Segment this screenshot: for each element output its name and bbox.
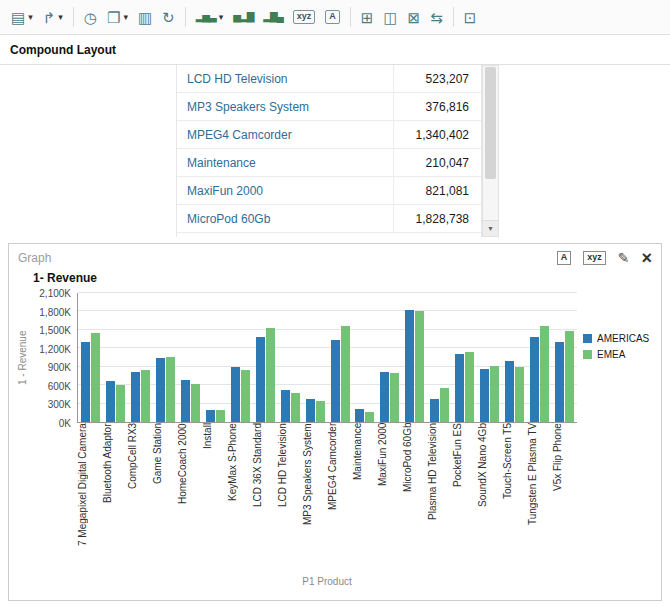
schedule-button[interactable]: ◷ <box>79 7 102 28</box>
bar-americas[interactable] <box>480 369 489 422</box>
print-button[interactable]: ▤▾ <box>6 7 38 28</box>
bar-americas[interactable] <box>206 410 215 422</box>
scrollbar-thumb[interactable] <box>485 67 496 179</box>
bar-americas[interactable] <box>455 354 464 422</box>
bar-americas[interactable] <box>380 372 389 422</box>
export-button[interactable]: ↱▾ <box>38 7 68 28</box>
copy-icon: ❐ <box>107 10 120 25</box>
table-row: MPEG4 Camcorder1,340,402 <box>177 121 481 149</box>
swap-axes-button[interactable]: ⇆ <box>425 7 448 28</box>
bar-emea[interactable] <box>241 370 250 422</box>
revenue-table-body: LCD HD Television523,207MP3 Speakers Sys… <box>176 65 482 237</box>
bar-americas[interactable] <box>430 399 439 422</box>
y-tick-label: 1,500K <box>39 325 71 336</box>
y-tick-label: 0K <box>59 418 71 429</box>
new-view-icon: ⊞ <box>361 10 374 25</box>
edit-view-button[interactable]: ⊡ <box>459 7 482 28</box>
remove-graph-icon[interactable]: × <box>641 249 652 267</box>
bar-americas[interactable] <box>281 390 290 422</box>
revenue-value-cell: 376,816 <box>393 93 481 120</box>
x-tick-label: MaxiFun 2000 <box>377 423 402 571</box>
chart-type-button[interactable]: ▂▅▃▾ <box>191 9 229 25</box>
x-tick-label: MPEG4 Camcorder <box>327 423 352 571</box>
bar-emea[interactable] <box>266 328 275 422</box>
bar-emea[interactable] <box>216 410 225 422</box>
print-icon: ▤ <box>11 10 25 25</box>
bar-emea[interactable] <box>166 357 175 422</box>
bar-americas[interactable] <box>81 342 90 422</box>
chart-totals-button[interactable]: ▅▂▇ <box>228 9 258 25</box>
bar-americas[interactable] <box>505 361 514 422</box>
legend-label: AMERICAS <box>597 333 649 344</box>
edit-graph-icon[interactable]: ✎ <box>618 251 630 265</box>
revenue-value-cell: 1,340,402 <box>393 121 481 148</box>
print-layouts-button[interactable]: ▥ <box>133 7 157 28</box>
copy-button[interactable]: ❐▾ <box>102 7 133 28</box>
product-name-cell[interactable]: MaxiFun 2000 <box>177 177 393 204</box>
delete-view-button[interactable]: ⊠ <box>403 7 426 28</box>
bar-emea[interactable] <box>116 385 125 422</box>
bar-americas[interactable] <box>106 381 115 422</box>
bar-group <box>352 293 377 422</box>
product-name-cell[interactable]: Maintenance <box>177 149 393 176</box>
revenue-value-cell: 821,081 <box>393 177 481 204</box>
bar-emea[interactable] <box>316 401 325 422</box>
toolbar-separator <box>185 7 186 27</box>
bar-americas[interactable] <box>131 372 140 422</box>
legend-item: EMEA <box>583 349 659 360</box>
bar-emea[interactable] <box>191 384 200 422</box>
bar-americas[interactable] <box>156 358 165 423</box>
new-view-button[interactable]: ⊞ <box>356 7 379 28</box>
format-labels-icon[interactable]: xyz <box>583 251 606 265</box>
schedule-icon: ◷ <box>84 10 97 25</box>
bar-emea[interactable] <box>490 366 499 422</box>
product-name-cell[interactable]: MicroPod 60Gb <box>177 205 393 232</box>
legend-label: EMEA <box>597 349 625 360</box>
bar-americas[interactable] <box>181 380 190 422</box>
delete-view-icon: ⊠ <box>408 10 421 25</box>
view-properties-button[interactable]: ◫ <box>378 7 402 28</box>
product-name-cell[interactable]: MPEG4 Camcorder <box>177 121 393 148</box>
bar-group <box>452 293 477 422</box>
bar-americas[interactable] <box>256 337 265 422</box>
bar-americas[interactable] <box>405 310 414 422</box>
x-tick-label: Bluetooth Adaptor <box>102 423 127 571</box>
dropdown-arrow-icon: ▾ <box>28 12 33 22</box>
bar-emea[interactable] <box>540 326 549 422</box>
chart-labels-button[interactable]: xyz <box>288 7 321 27</box>
bar-groups <box>78 293 577 422</box>
product-name-cell[interactable]: MP3 Speakers System <box>177 93 393 120</box>
table-row: LCD HD Television523,207 <box>177 65 481 93</box>
chart-title: 1- Revenue <box>33 271 661 285</box>
refresh-button[interactable]: ↻ <box>157 7 180 28</box>
bar-emea[interactable] <box>565 331 574 422</box>
chart-percent-button[interactable]: ▂▇▄ <box>258 9 287 25</box>
bar-americas[interactable] <box>530 337 539 422</box>
bar-emea[interactable] <box>465 352 474 422</box>
bar-emea[interactable] <box>440 388 449 422</box>
dropdown-arrow-icon: ▾ <box>58 12 63 22</box>
bar-americas[interactable] <box>555 342 564 422</box>
bar-emea[interactable] <box>91 333 100 422</box>
bar-emea[interactable] <box>291 393 300 422</box>
text-format-button[interactable]: A <box>320 7 345 27</box>
bar-americas[interactable] <box>355 409 364 422</box>
bar-emea[interactable] <box>390 373 399 422</box>
bar-emea[interactable] <box>141 370 150 422</box>
bar-americas[interactable] <box>331 340 340 422</box>
chart-totals-icon: ▅▂▇ <box>233 12 253 22</box>
bar-emea[interactable] <box>341 326 350 422</box>
bar-emea[interactable] <box>365 412 374 422</box>
scroll-down-button[interactable]: ▼ <box>483 220 498 236</box>
product-name-cell[interactable]: LCD HD Television <box>177 65 393 92</box>
y-tick-label: 1,200K <box>39 343 71 354</box>
dropdown-arrow-icon: ▾ <box>123 12 128 22</box>
bar-americas[interactable] <box>306 399 315 422</box>
table-scrollbar[interactable]: ▼ <box>482 65 499 237</box>
graph-header-icons: Axyz✎× <box>557 249 652 267</box>
bar-emea[interactable] <box>515 367 524 422</box>
bar-group <box>427 293 452 422</box>
bar-emea[interactable] <box>415 311 424 422</box>
bar-americas[interactable] <box>231 367 240 422</box>
format-text-icon[interactable]: A <box>557 251 572 265</box>
